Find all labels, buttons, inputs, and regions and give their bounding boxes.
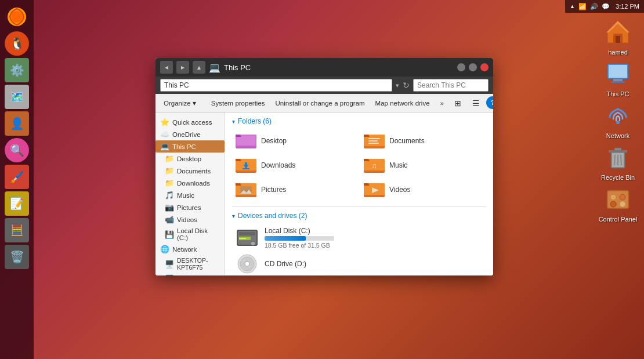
sidebar-item-downloads[interactable]: 📁 Downloads — [155, 177, 225, 189]
more-button[interactable]: » — [436, 96, 448, 110]
minimize-button[interactable] — [457, 63, 465, 71]
contacts-taskbar-icon[interactable]: 👤 — [5, 111, 29, 136]
svg-rect-31 — [368, 138, 380, 139]
downloads-folder-icon — [236, 157, 256, 174]
organize-button[interactable]: Organize ▾ — [159, 96, 201, 110]
network-sidebar-icon: 🌐 — [160, 245, 169, 253]
svg-point-1 — [11, 11, 23, 23]
drive-cd[interactable]: CD Drive (D:) — [232, 251, 486, 275]
desktop-sidebar-icon: 📁 — [165, 154, 174, 163]
sidebar-item-pictures[interactable]: 📷 Pictures — [155, 201, 225, 213]
desktop-icon-this-pc[interactable]: This PC — [595, 60, 641, 97]
svg-rect-32 — [368, 140, 378, 142]
svg-line-17 — [621, 155, 621, 165]
address-dropdown[interactable]: ▾ — [396, 82, 399, 89]
hamed-label: hamed — [608, 49, 628, 56]
view-details-button[interactable]: ☰ — [468, 96, 484, 110]
window-icon: 💻 — [209, 62, 220, 73]
svg-point-10 — [616, 121, 620, 124]
folder-videos[interactable]: Videos — [360, 179, 486, 201]
refresh-button[interactable]: ↻ — [403, 81, 410, 90]
svg-rect-33 — [368, 143, 379, 144]
uninstall-button[interactable]: Uninstall or change a program — [271, 96, 370, 110]
cd-drive-icon — [236, 253, 259, 274]
videos-folder-icon — [364, 181, 385, 198]
pictures-folder-icon — [236, 181, 256, 198]
documents-folder-icon — [364, 132, 385, 150]
folder-music[interactable]: ♫ Music — [360, 154, 486, 176]
search-input[interactable] — [413, 79, 489, 92]
calc-taskbar-icon[interactable]: 🧮 — [5, 218, 29, 242]
music-folder-icon: ♫ — [364, 157, 385, 174]
system-tray: ▲ 📶 🔊 💬 3:12 PM — [565, 0, 644, 13]
local-disk-info: Local Disk (C:) 18.5 GB free of 31.5 GB — [265, 227, 334, 249]
firefox-taskbar-icon[interactable] — [5, 5, 29, 29]
notepad-taskbar-icon[interactable]: 📝 — [5, 191, 29, 216]
forward-button[interactable]: ▸ — [176, 61, 189, 74]
videos-folder-name: Videos — [389, 186, 410, 194]
svg-rect-9 — [611, 81, 625, 83]
title-bar: ◂ ▸ ▴ 💻 This PC — [155, 58, 493, 77]
desktop-kpt-icon: 🖥️ — [165, 260, 174, 269]
tray-network-icon[interactable]: 📶 — [578, 3, 587, 10]
svg-rect-39 — [243, 168, 249, 169]
folder-desktop[interactable]: Desktop — [232, 130, 358, 152]
folders-grid: Desktop Documents — [232, 130, 486, 201]
folder-documents[interactable]: Documents — [360, 130, 486, 152]
svg-rect-26 — [237, 136, 255, 145]
trash-taskbar-icon[interactable]: 🗑️ — [5, 245, 29, 269]
sidebar-item-desktop-kpt[interactable]: 🖥️ DESKTOP-KPT6F75 — [155, 255, 225, 273]
close-button[interactable] — [480, 63, 489, 71]
local-disk-bar — [265, 236, 334, 241]
paint-taskbar-icon[interactable]: 🖌️ — [5, 165, 29, 189]
svg-point-20 — [610, 194, 616, 200]
maximize-button[interactable] — [469, 63, 477, 71]
folder-downloads[interactable]: Downloads — [232, 154, 358, 176]
sidebar-item-local-disk[interactable]: 💾 Local Disk (C:) — [155, 226, 225, 243]
system-properties-button[interactable]: System properties — [207, 96, 270, 110]
tray-notification-icon[interactable]: 💬 — [602, 3, 610, 10]
desktop-icon-network[interactable]: Network — [595, 102, 641, 139]
desktop-icon-recycle-bin[interactable]: Recycle Bin — [595, 144, 641, 181]
taskbar: 🐧 ⚙️ 🗺️ 👤 🔍 🖌️ 📝 🧮 🗑️ — [0, 0, 34, 359]
this-pc-sidebar-icon: 💻 — [160, 142, 169, 151]
sidebar-item-onedrive[interactable]: ☁️ OneDrive — [155, 128, 225, 140]
up-button[interactable]: ▴ — [193, 61, 205, 74]
desktop-icon-hamed[interactable]: hamed — [595, 19, 641, 56]
help-button[interactable]: ? — [486, 96, 493, 109]
tray-volume-icon[interactable]: 🔊 — [590, 3, 598, 10]
settings-taskbar-icon[interactable]: ⚙️ — [5, 58, 29, 82]
sidebar-item-this-pc[interactable]: 💻 This PC — [155, 140, 225, 153]
main-content: ⭐ Quick access ☁️ OneDrive 💻 This PC 📁 D… — [155, 113, 493, 275]
map-network-button[interactable]: Map network drive — [371, 96, 435, 110]
ubuntu-taskbar-icon[interactable]: 🐧 — [5, 31, 29, 56]
recycle-bin-label: Recycle Bin — [601, 174, 635, 181]
sidebar-item-documents[interactable]: 📁 Documents — [155, 165, 225, 177]
section-divider — [232, 206, 486, 207]
sidebar: ⭐ Quick access ☁️ OneDrive 💻 This PC 📁 D… — [155, 113, 225, 275]
desktop-icons-container: hamed This PC Network — [592, 13, 644, 223]
sidebar-item-videos[interactable]: 📹 Videos — [155, 213, 225, 226]
local-disk-space: 18.5 GB free of 31.5 GB — [265, 242, 334, 249]
back-button[interactable]: ◂ — [160, 61, 173, 74]
window-title: This PC — [224, 63, 251, 72]
maps-taskbar-icon[interactable]: 🗺️ — [5, 85, 29, 109]
local-disk-icon — [236, 227, 259, 248]
search-taskbar-icon[interactable]: 🔍 — [5, 138, 29, 162]
sidebar-item-music[interactable]: 🎵 Music — [155, 189, 225, 201]
tray-chevron[interactable]: ▲ — [570, 3, 575, 9]
view-toggle-button[interactable]: ⊞ — [450, 96, 466, 110]
pictures-folder-name: Pictures — [261, 186, 286, 194]
devices-section-header[interactable]: Devices and drives (2) — [232, 212, 486, 220]
sidebar-item-desktop[interactable]: 📁 Desktop — [155, 153, 225, 165]
sidebar-item-quick-access[interactable]: ⭐ Quick access — [155, 116, 225, 128]
folder-pictures[interactable]: Pictures — [232, 179, 358, 201]
desktop-icon-control-panel[interactable]: Control Panel — [595, 186, 641, 223]
sidebar-item-vboxsvr[interactable]: 🖥️ VBOXSVR — [155, 273, 225, 275]
address-input[interactable] — [160, 79, 392, 92]
drive-local-disk[interactable]: Local Disk (C:) 18.5 GB free of 31.5 GB — [232, 224, 486, 251]
cd-drive-name: CD Drive (D:) — [265, 260, 306, 268]
folders-section-header[interactable]: Folders (6) — [232, 117, 486, 125]
control-panel-label: Control Panel — [599, 216, 638, 223]
sidebar-item-network[interactable]: 🌐 Network — [155, 243, 225, 255]
